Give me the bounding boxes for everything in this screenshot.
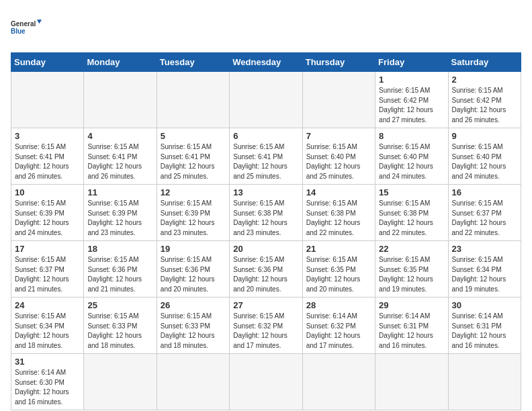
svg-text:Blue: Blue	[11, 28, 26, 35]
day-number: 25	[87, 300, 152, 310]
day-number: 1	[379, 75, 444, 85]
calendar-cell: 4Sunrise: 6:15 AM Sunset: 6:41 PM Daylig…	[84, 128, 157, 185]
weekday-saturday: Saturday	[448, 53, 521, 72]
calendar-cell: 6Sunrise: 6:15 AM Sunset: 6:41 PM Daylig…	[230, 128, 302, 185]
calendar-week-3: 17Sunrise: 6:15 AM Sunset: 6:37 PM Dayli…	[11, 241, 521, 298]
day-info: Sunrise: 6:15 AM Sunset: 6:40 PM Dayligh…	[306, 142, 371, 181]
day-number: 6	[233, 131, 298, 141]
calendar-cell: 20Sunrise: 6:15 AM Sunset: 6:36 PM Dayli…	[230, 241, 302, 298]
calendar-cell: 14Sunrise: 6:15 AM Sunset: 6:38 PM Dayli…	[302, 185, 375, 241]
weekday-monday: Monday	[84, 53, 157, 72]
logo: General Blue	[11, 11, 44, 44]
calendar-cell	[157, 354, 229, 410]
day-number: 4	[87, 131, 152, 141]
calendar-cell: 29Sunrise: 6:14 AM Sunset: 6:31 PM Dayli…	[375, 298, 448, 354]
calendar-cell: 24Sunrise: 6:15 AM Sunset: 6:34 PM Dayli…	[11, 298, 84, 354]
calendar-cell: 23Sunrise: 6:15 AM Sunset: 6:34 PM Dayli…	[448, 241, 521, 298]
calendar-cell	[84, 72, 157, 128]
day-info: Sunrise: 6:15 AM Sunset: 6:41 PM Dayligh…	[233, 142, 298, 181]
calendar-cell: 11Sunrise: 6:15 AM Sunset: 6:39 PM Dayli…	[84, 185, 157, 241]
day-info: Sunrise: 6:15 AM Sunset: 6:42 PM Dayligh…	[379, 86, 444, 125]
day-number: 9	[452, 131, 517, 141]
day-number: 19	[161, 244, 226, 254]
day-info: Sunrise: 6:14 AM Sunset: 6:30 PM Dayligh…	[15, 368, 80, 407]
day-number: 17	[15, 244, 80, 254]
day-info: Sunrise: 6:15 AM Sunset: 6:39 PM Dayligh…	[161, 199, 226, 238]
calendar-week-4: 24Sunrise: 6:15 AM Sunset: 6:34 PM Dayli…	[11, 298, 521, 354]
calendar-cell: 1Sunrise: 6:15 AM Sunset: 6:42 PM Daylig…	[375, 72, 448, 128]
day-info: Sunrise: 6:15 AM Sunset: 6:40 PM Dayligh…	[452, 142, 517, 181]
day-number: 28	[306, 300, 371, 310]
day-info: Sunrise: 6:15 AM Sunset: 6:42 PM Dayligh…	[452, 86, 517, 125]
logo-svg: General Blue	[11, 11, 44, 44]
calendar-week-5: 31Sunrise: 6:14 AM Sunset: 6:30 PM Dayli…	[11, 354, 521, 410]
day-number: 16	[452, 187, 517, 197]
svg-marker-1	[37, 19, 42, 24]
calendar-week-0: 1Sunrise: 6:15 AM Sunset: 6:42 PM Daylig…	[11, 72, 521, 128]
day-info: Sunrise: 6:15 AM Sunset: 6:34 PM Dayligh…	[15, 312, 80, 351]
calendar-cell: 15Sunrise: 6:15 AM Sunset: 6:38 PM Dayli…	[375, 185, 448, 241]
day-info: Sunrise: 6:15 AM Sunset: 6:33 PM Dayligh…	[161, 312, 226, 351]
calendar-cell: 8Sunrise: 6:15 AM Sunset: 6:40 PM Daylig…	[375, 128, 448, 185]
svg-text:General: General	[11, 20, 36, 28]
calendar-cell: 21Sunrise: 6:15 AM Sunset: 6:35 PM Dayli…	[302, 241, 375, 298]
calendar-cell: 2Sunrise: 6:15 AM Sunset: 6:42 PM Daylig…	[448, 72, 521, 128]
day-info: Sunrise: 6:15 AM Sunset: 6:37 PM Dayligh…	[15, 255, 80, 294]
weekday-thursday: Thursday	[302, 53, 375, 72]
day-info: Sunrise: 6:15 AM Sunset: 6:38 PM Dayligh…	[306, 199, 371, 238]
calendar-cell: 25Sunrise: 6:15 AM Sunset: 6:33 PM Dayli…	[84, 298, 157, 354]
day-info: Sunrise: 6:15 AM Sunset: 6:39 PM Dayligh…	[87, 199, 152, 238]
day-number: 22	[379, 244, 444, 254]
calendar-cell: 18Sunrise: 6:15 AM Sunset: 6:36 PM Dayli…	[84, 241, 157, 298]
day-number: 5	[161, 131, 226, 141]
calendar-cell: 19Sunrise: 6:15 AM Sunset: 6:36 PM Dayli…	[157, 241, 229, 298]
day-info: Sunrise: 6:15 AM Sunset: 6:36 PM Dayligh…	[161, 255, 226, 294]
calendar-cell	[302, 354, 375, 410]
calendar-week-1: 3Sunrise: 6:15 AM Sunset: 6:41 PM Daylig…	[11, 128, 521, 185]
day-number: 2	[452, 75, 517, 85]
calendar-cell	[230, 72, 302, 128]
calendar-cell	[84, 354, 157, 410]
calendar-cell: 28Sunrise: 6:14 AM Sunset: 6:32 PM Dayli…	[302, 298, 375, 354]
day-number: 26	[161, 300, 226, 310]
calendar-cell: 9Sunrise: 6:15 AM Sunset: 6:40 PM Daylig…	[448, 128, 521, 185]
day-info: Sunrise: 6:15 AM Sunset: 6:37 PM Dayligh…	[452, 199, 517, 238]
weekday-header-row: SundayMondayTuesdayWednesdayThursdayFrid…	[11, 53, 521, 72]
day-number: 3	[15, 131, 80, 141]
day-info: Sunrise: 6:15 AM Sunset: 6:33 PM Dayligh…	[87, 312, 152, 351]
day-number: 27	[233, 300, 298, 310]
calendar-table: SundayMondayTuesdayWednesdayThursdayFrid…	[11, 52, 521, 410]
weekday-friday: Friday	[375, 53, 448, 72]
calendar-cell: 27Sunrise: 6:15 AM Sunset: 6:32 PM Dayli…	[230, 298, 302, 354]
calendar-cell: 13Sunrise: 6:15 AM Sunset: 6:38 PM Dayli…	[230, 185, 302, 241]
day-info: Sunrise: 6:15 AM Sunset: 6:36 PM Dayligh…	[233, 255, 298, 294]
day-number: 11	[87, 187, 152, 197]
day-info: Sunrise: 6:15 AM Sunset: 6:38 PM Dayligh…	[233, 199, 298, 238]
day-info: Sunrise: 6:14 AM Sunset: 6:31 PM Dayligh…	[452, 312, 517, 351]
calendar-cell	[230, 354, 302, 410]
calendar-cell: 3Sunrise: 6:15 AM Sunset: 6:41 PM Daylig…	[11, 128, 84, 185]
calendar-cell: 16Sunrise: 6:15 AM Sunset: 6:37 PM Dayli…	[448, 185, 521, 241]
day-number: 23	[452, 244, 517, 254]
day-number: 8	[379, 131, 444, 141]
calendar-week-2: 10Sunrise: 6:15 AM Sunset: 6:39 PM Dayli…	[11, 185, 521, 241]
calendar-cell: 31Sunrise: 6:14 AM Sunset: 6:30 PM Dayli…	[11, 354, 84, 410]
day-number: 15	[379, 187, 444, 197]
day-info: Sunrise: 6:15 AM Sunset: 6:35 PM Dayligh…	[379, 255, 444, 294]
day-number: 29	[379, 300, 444, 310]
calendar-cell: 26Sunrise: 6:15 AM Sunset: 6:33 PM Dayli…	[157, 298, 229, 354]
day-number: 30	[452, 300, 517, 310]
day-number: 20	[233, 244, 298, 254]
calendar-cell	[302, 72, 375, 128]
day-number: 31	[15, 357, 80, 367]
calendar-cell: 22Sunrise: 6:15 AM Sunset: 6:35 PM Dayli…	[375, 241, 448, 298]
day-number: 21	[306, 244, 371, 254]
day-info: Sunrise: 6:15 AM Sunset: 6:41 PM Dayligh…	[161, 142, 226, 181]
day-info: Sunrise: 6:14 AM Sunset: 6:32 PM Dayligh…	[306, 312, 371, 351]
day-info: Sunrise: 6:15 AM Sunset: 6:39 PM Dayligh…	[15, 199, 80, 238]
day-info: Sunrise: 6:15 AM Sunset: 6:41 PM Dayligh…	[87, 142, 152, 181]
day-number: 7	[306, 131, 371, 141]
calendar-cell: 10Sunrise: 6:15 AM Sunset: 6:39 PM Dayli…	[11, 185, 84, 241]
day-number: 18	[87, 244, 152, 254]
day-info: Sunrise: 6:15 AM Sunset: 6:32 PM Dayligh…	[233, 312, 298, 351]
